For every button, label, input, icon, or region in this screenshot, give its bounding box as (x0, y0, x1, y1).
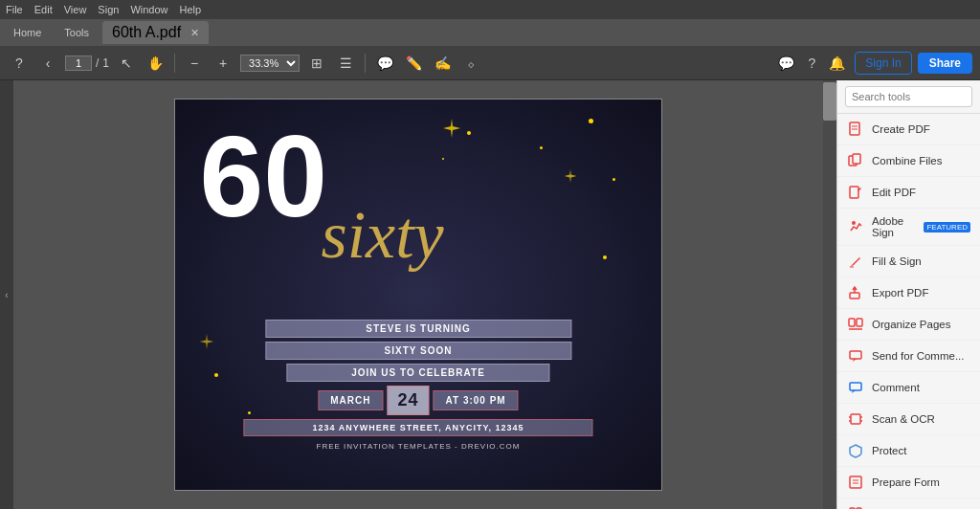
tool-item-adobe-sign[interactable]: Adobe SignFEATURED (837, 209, 980, 246)
svg-rect-4 (853, 154, 860, 164)
tab-file[interactable]: 60th A.pdf ✕ (102, 21, 209, 44)
vertical-scrollbar[interactable] (823, 80, 836, 509)
sign-in-btn[interactable]: Sign In (855, 52, 911, 75)
tool-item-organize-pages[interactable]: Organize Pages (837, 309, 980, 341)
svg-rect-12 (850, 351, 861, 359)
prepare-form-icon (847, 474, 864, 491)
menu-view[interactable]: View (64, 4, 87, 15)
tool-item-send-for-comment[interactable]: Send for Comme... (837, 341, 980, 372)
tab-tools-label: Tools (64, 27, 89, 38)
create-pdf-label: Create PDF (872, 123, 930, 135)
main-area: ‹ 60 sixty (0, 80, 980, 509)
tool-item-edit-pdf[interactable]: Edit PDF (837, 177, 980, 209)
toolbar-zoom-in-btn[interactable]: + (212, 52, 234, 75)
tool-item-combine-files[interactable]: Combine Files (837, 145, 980, 177)
protect-label: Protect (872, 445, 906, 456)
tab-file-label: 60th A.pdf (112, 24, 181, 41)
toolbar-divider-2 (365, 54, 366, 73)
menu-file[interactable]: File (6, 4, 23, 15)
toolbar-zoom-out-btn[interactable]: − (183, 52, 206, 75)
pdf-time: AT 3:00 PM (434, 390, 519, 410)
adobe-sign-label: Adobe Sign (872, 215, 916, 238)
page-nav: / 1 (65, 55, 109, 71)
search-tools-input[interactable] (845, 86, 972, 107)
toolbar-select-btn[interactable]: ↖ (115, 52, 138, 75)
pdf-line1: STEVE IS TURNING (265, 320, 571, 338)
tool-item-scan-ocr[interactable]: Scan & OCR (837, 404, 980, 435)
more-tools-icon (847, 505, 864, 509)
toolbar-more-btn[interactable]: ⬦ (459, 52, 482, 75)
svg-rect-10 (857, 319, 862, 326)
tool-item-fill-sign[interactable]: Fill & Sign (837, 246, 980, 277)
svg-rect-13 (850, 383, 861, 390)
search-tools-area (837, 80, 980, 114)
page-input[interactable] (65, 55, 92, 71)
tool-item-create-pdf[interactable]: Create PDF (837, 114, 980, 145)
adobe-sign-icon (847, 218, 864, 235)
menu-bar: File Edit View Sign Window Help (0, 0, 980, 19)
svg-rect-5 (850, 187, 858, 198)
scrollbar-thumb[interactable] (823, 82, 836, 121)
export-pdf-icon (847, 284, 864, 301)
pdf-address: 1234 ANYWHERE STREET, ANYCITY, 12345 (243, 419, 593, 436)
toolbar-help-btn[interactable]: ? (8, 52, 31, 75)
featured-badge: FEATURED (924, 222, 970, 232)
fill-sign-label: Fill & Sign (872, 255, 922, 267)
comment-icon (847, 379, 864, 396)
pdf-line3: JOIN US TO CELEBRATE (287, 364, 549, 382)
scan-ocr-label: Scan & OCR (872, 413, 935, 425)
combine-files-label: Combine Files (872, 155, 943, 166)
svg-rect-14 (851, 414, 860, 424)
notifications-icon[interactable]: 💬 (774, 52, 798, 75)
svg-point-6 (852, 221, 856, 225)
organize-pages-label: Organize Pages (872, 319, 950, 330)
menu-window[interactable]: Window (130, 4, 167, 15)
toolbar-scrollmode-btn[interactable]: ☰ (334, 52, 357, 75)
right-panel: Create PDFCombine FilesEdit PDFAdobe Sig… (836, 80, 980, 509)
pdf-month: MARCH (318, 390, 383, 410)
zoom-select[interactable]: 33.3% (240, 55, 300, 72)
menu-help[interactable]: Help (180, 4, 202, 15)
tool-item-comment[interactable]: Comment (837, 372, 980, 404)
prepare-form-label: Prepare Form (872, 476, 940, 488)
organize-pages-icon (847, 316, 864, 333)
scan-ocr-icon (847, 410, 864, 428)
send-for-comment-label: Send for Comme... (872, 350, 965, 362)
send-for-comment-icon (847, 347, 864, 365)
toolbar-divider-1 (174, 54, 175, 73)
tab-tools[interactable]: Tools (55, 21, 99, 44)
toolbar: ? ‹ / 1 ↖ ✋ − + 33.3% ⊞ ☰ 💬 ✏️ ✍️ ⬦ 💬 ? … (0, 46, 980, 80)
tools-list: Create PDFCombine FilesEdit PDFAdobe Sig… (837, 114, 980, 509)
pdf-day: 24 (388, 386, 430, 415)
export-pdf-label: Export PDF (872, 287, 928, 299)
svg-rect-9 (849, 319, 855, 326)
toolbar-hand-btn[interactable]: ✋ (144, 52, 167, 75)
tab-close-icon[interactable]: ✕ (190, 27, 199, 39)
tool-item-more-tools[interactable]: More Tools... (837, 498, 980, 509)
tool-item-export-pdf[interactable]: Export PDF (837, 277, 980, 309)
menu-sign[interactable]: Sign (98, 4, 119, 15)
toolbar-draw-btn[interactable]: ✏️ (402, 52, 425, 75)
alerts-icon[interactable]: 🔔 (825, 52, 849, 75)
toolbar-right: 💬 ? 🔔 Sign In Share (774, 52, 972, 75)
toolbar-comment-btn[interactable]: 💬 (373, 52, 396, 75)
tool-item-prepare-form[interactable]: Prepare Form (837, 467, 980, 498)
tool-item-protect[interactable]: Protect (837, 435, 980, 467)
toolbar-back-btn[interactable]: ‹ (36, 52, 59, 75)
pdf-page: 60 sixty STEVE IS TURNING SIXTY SOON JOI… (174, 99, 662, 491)
edit-pdf-label: Edit PDF (872, 187, 916, 198)
share-btn[interactable]: Share (918, 53, 972, 74)
tab-bar: Home Tools 60th A.pdf ✕ (0, 19, 980, 46)
left-panel-toggle[interactable]: ‹ (0, 80, 13, 509)
comment-label: Comment (872, 382, 920, 393)
doc-area: 60 sixty STEVE IS TURNING SIXTY SOON JOI… (13, 80, 823, 509)
pdf-line2: SIXTY SOON (265, 342, 571, 360)
menu-edit[interactable]: Edit (34, 4, 53, 15)
help-icon[interactable]: ? (804, 52, 819, 75)
tab-home[interactable]: Home (4, 21, 51, 44)
svg-rect-19 (850, 476, 861, 488)
pdf-footer: FREE INVITATION TEMPLATES - DREVIO.COM (317, 442, 521, 451)
toolbar-sign-btn[interactable]: ✍️ (431, 52, 454, 75)
create-pdf-icon (847, 121, 864, 138)
toolbar-fit-btn[interactable]: ⊞ (305, 52, 328, 75)
